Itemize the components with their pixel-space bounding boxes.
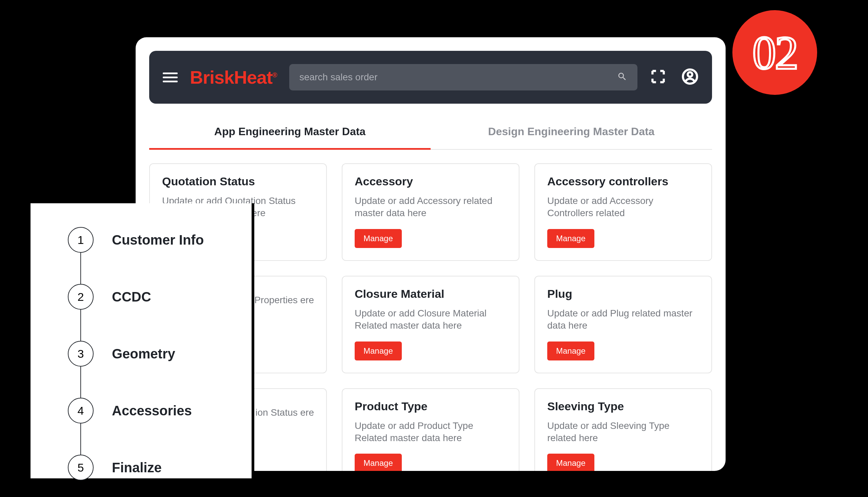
step-accessories[interactable]: 4 Accessories bbox=[68, 398, 228, 455]
step-number: 5 bbox=[68, 455, 94, 480]
topbar-actions bbox=[650, 68, 699, 86]
menu-icon[interactable] bbox=[163, 72, 178, 82]
card-sleeving-type: Sleeving Type Update or add Sleeving Typ… bbox=[534, 388, 712, 471]
step-customer-info[interactable]: 1 Customer Info bbox=[68, 227, 228, 284]
stepper-panel: 1 Customer Info 2 CCDC 3 Geometry 4 Acce… bbox=[30, 203, 254, 481]
step-label: CCDC bbox=[112, 289, 151, 304]
card-accessory: Accessory Update or add Accessory relate… bbox=[342, 163, 520, 261]
card-title: Sleeving Type bbox=[547, 400, 699, 413]
step-label: Geometry bbox=[112, 346, 175, 361]
step-ccdc[interactable]: 2 CCDC bbox=[68, 284, 228, 341]
step-number: 3 bbox=[68, 341, 94, 367]
manage-button[interactable]: Manage bbox=[547, 341, 594, 360]
card-title: Accessory bbox=[355, 175, 507, 188]
card-desc: Update or add Closure Material Related m… bbox=[355, 307, 507, 332]
step-number: 1 bbox=[68, 227, 94, 253]
brand-logo: BriskHeat® bbox=[190, 67, 277, 88]
card-desc: Update or add Product Type Related maste… bbox=[355, 420, 507, 444]
step-number: 02 bbox=[753, 25, 797, 80]
manage-button[interactable]: Manage bbox=[547, 454, 594, 471]
card-title: Closure Material bbox=[355, 287, 507, 300]
tabs: App Engineering Master Data Design Engin… bbox=[149, 117, 712, 150]
fullscreen-icon[interactable] bbox=[650, 68, 666, 86]
card-title: Quotation Status bbox=[162, 175, 314, 188]
manage-button[interactable]: Manage bbox=[355, 229, 402, 248]
card-title: Plug bbox=[547, 287, 699, 300]
search-icon[interactable] bbox=[617, 71, 627, 83]
card-desc: Update or add Plug related master data h… bbox=[547, 307, 699, 332]
card-closure-material: Closure Material Update or add Closure M… bbox=[342, 276, 520, 373]
card-product-type: Product Type Update or add Product Type … bbox=[342, 388, 520, 471]
card-accessory-controllers: Accessory controllers Update or add Acce… bbox=[534, 163, 712, 261]
card-title: Accessory controllers bbox=[547, 175, 699, 188]
search-input[interactable] bbox=[299, 72, 617, 83]
manage-button[interactable]: Manage bbox=[355, 454, 402, 471]
card-desc: Update or add Sleeving Type related here bbox=[547, 420, 699, 444]
card-desc: Update or add Accessory related master d… bbox=[355, 195, 507, 219]
top-bar: BriskHeat® bbox=[149, 51, 712, 104]
tab-app-engineering[interactable]: App Engineering Master Data bbox=[149, 117, 431, 150]
step-number: 2 bbox=[68, 284, 94, 310]
card-plug: Plug Update or add Plug related master d… bbox=[534, 276, 712, 373]
search-bar[interactable] bbox=[289, 64, 637, 90]
manage-button[interactable]: Manage bbox=[547, 229, 594, 248]
manage-button[interactable]: Manage bbox=[355, 341, 402, 360]
step-number: 4 bbox=[68, 398, 94, 424]
step-geometry[interactable]: 3 Geometry bbox=[68, 341, 228, 398]
svg-point-1 bbox=[688, 72, 692, 76]
tab-design-engineering[interactable]: Design Engineering Master Data bbox=[431, 117, 712, 149]
account-icon[interactable] bbox=[681, 68, 699, 86]
step-finalize[interactable]: 5 Finalize bbox=[68, 455, 228, 480]
card-desc: Update or add Accessory Controllers rela… bbox=[547, 195, 699, 219]
step-number-badge: 02 bbox=[732, 10, 817, 95]
step-label: Customer Info bbox=[112, 232, 204, 248]
card-title: Product Type bbox=[355, 400, 507, 413]
step-label: Accessories bbox=[112, 403, 192, 418]
step-label: Finalize bbox=[112, 460, 162, 475]
